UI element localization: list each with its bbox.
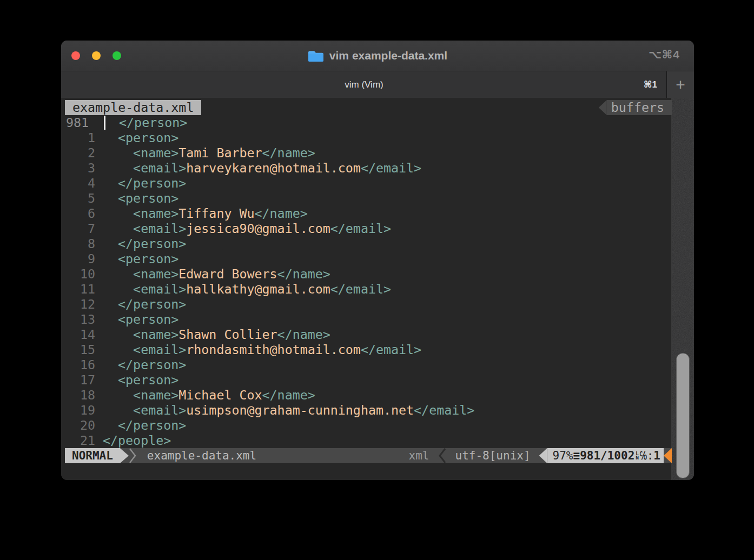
mode-indicator: NORMAL xyxy=(65,448,120,463)
code-line[interactable]: 19 <email>usimpson@graham-cunningham.net… xyxy=(65,403,672,418)
xml-tag: <email> xyxy=(103,161,186,175)
vim-statusline: NORMAL example-data.xml xml utf-8[unix] … xyxy=(65,448,672,463)
code-text: <name>Michael Cox</name> xyxy=(103,388,315,403)
line-number: 4 xyxy=(65,176,103,191)
code-text: <name>Tami Barber</name> xyxy=(103,145,315,161)
scrollbar-thumb[interactable] xyxy=(676,353,690,478)
xml-tag: <name> xyxy=(103,145,178,160)
line-number: 3 xyxy=(65,161,103,176)
code-line[interactable]: 9 <person> xyxy=(65,251,672,266)
xml-value: Tami Barber xyxy=(178,145,262,160)
code-text: <person> xyxy=(103,251,178,266)
code-text: <person> xyxy=(103,130,178,145)
line-number: 15 xyxy=(65,342,103,357)
code-line[interactable]: 20 </person> xyxy=(65,418,672,433)
code-line[interactable]: 10 <name>Edward Bowers</name> xyxy=(65,266,672,282)
code-line[interactable]: 13 <person> xyxy=(65,312,672,327)
code-line[interactable]: 5 <person> xyxy=(65,191,672,206)
code-line[interactable]: 11 <email>hallkathy@gmail.com</email> xyxy=(65,282,672,297)
xml-tag: </email> xyxy=(361,342,421,357)
line-number: 5 xyxy=(65,191,103,206)
column-glyph-icon: ℅: xyxy=(640,448,653,463)
code-line[interactable]: 18 <name>Michael Cox</name> xyxy=(65,388,672,403)
terminal-window: vim example-data.xml ⌥⌘4 vim (Vim) ⌘1 + xyxy=(61,41,694,480)
code-line[interactable]: 3 <email>harveykaren@hotmail.com</email> xyxy=(65,161,672,176)
vim-editor[interactable]: example-data.xml buffers 981 </person>1 … xyxy=(61,98,694,480)
code-line[interactable]: 15 <email>rhondasmith@hotmail.com</email… xyxy=(65,342,672,357)
xml-tag: </name> xyxy=(262,145,315,160)
xml-tag: </person> xyxy=(103,297,186,311)
xml-tag: <person> xyxy=(103,130,178,145)
code-text: <person> xyxy=(103,191,178,206)
xml-value: usimpson@graham-cunningham.net xyxy=(186,403,414,417)
buffer-tab[interactable]: example-data.xml xyxy=(65,100,201,115)
xml-tag: <name> xyxy=(103,327,178,342)
code-line[interactable]: 7 <email>jessica90@gmail.com</email> xyxy=(65,221,672,236)
line-number: 16 xyxy=(65,357,103,372)
code-text: </person> xyxy=(103,297,186,312)
xml-tag: </person> xyxy=(104,115,187,130)
line-number: 9 xyxy=(65,251,103,266)
powerline-arrow-icon xyxy=(120,448,129,463)
tab-vim[interactable]: vim (Vim) xyxy=(61,71,667,98)
code-line[interactable]: 4 </person> xyxy=(65,176,672,191)
code-line[interactable]: 12 </person> xyxy=(65,297,672,312)
line-number: 14 xyxy=(65,327,103,342)
code-line[interactable]: 2 <name>Tami Barber</name> xyxy=(65,145,672,161)
xml-tag: </email> xyxy=(330,221,391,236)
line-number-glyph-icon: LN xyxy=(634,451,640,460)
xml-tag: <email> xyxy=(103,342,186,357)
xml-tag: </person> xyxy=(103,176,186,190)
title-bar: vim example-data.xml ⌥⌘4 xyxy=(61,41,694,71)
code-text: </person> xyxy=(103,357,186,372)
xml-value: hallkathy@gmail.com xyxy=(186,282,330,296)
xml-tag: </person> xyxy=(103,418,186,432)
line-number: 12 xyxy=(65,297,103,312)
line-number: 18 xyxy=(65,388,103,403)
window-shortcut-badge: ⌥⌘4 xyxy=(649,48,680,61)
scrollbar-track[interactable] xyxy=(671,98,694,480)
powerline-chevron-icon xyxy=(439,448,446,463)
code-text: </person> xyxy=(104,115,187,130)
vim-content: example-data.xml buffers 981 </person>1 … xyxy=(65,100,672,478)
xml-value: harveykaren@hotmail.com xyxy=(186,161,361,175)
line-number: 8 xyxy=(65,236,103,251)
code-text: <email>jessica90@gmail.com</email> xyxy=(103,221,391,236)
code-area[interactable]: 981 </person>1 <person>2 <name>Tami Barb… xyxy=(65,115,672,448)
line-number: 10 xyxy=(65,266,103,282)
xml-tag: <email> xyxy=(103,221,186,236)
code-line[interactable]: 6 <name>Tiffany Wu</name> xyxy=(65,206,672,221)
vim-tabline: example-data.xml buffers xyxy=(65,100,672,115)
line-number: 17 xyxy=(65,372,103,388)
new-tab-button[interactable]: + xyxy=(666,71,694,98)
code-text: <email>hallkathy@gmail.com</email> xyxy=(103,282,391,297)
xml-tag: </people> xyxy=(103,433,171,448)
code-line[interactable]: 1 <person> xyxy=(65,130,672,145)
powerline-arrow-icon xyxy=(599,100,607,115)
folder-icon xyxy=(308,50,324,62)
xml-tag: </person> xyxy=(103,236,186,251)
code-line[interactable]: 21</people> xyxy=(65,433,672,448)
xml-tag: </name> xyxy=(277,327,330,342)
xml-tag: </person> xyxy=(103,357,186,372)
trigram-icon: ≡ xyxy=(573,448,580,463)
xml-tag: <person> xyxy=(103,251,178,266)
powerline-end-arrow-icon xyxy=(664,448,672,463)
plus-icon: + xyxy=(676,77,685,93)
xml-tag: <name> xyxy=(103,388,178,402)
xml-tag: <email> xyxy=(103,403,186,417)
code-line[interactable]: 8 </person> xyxy=(65,236,672,251)
code-line[interactable]: 981 </person> xyxy=(65,115,672,130)
line-number: 981 xyxy=(65,115,104,130)
code-line[interactable]: 17 <person> xyxy=(65,372,672,388)
xml-value: jessica90@gmail.com xyxy=(186,221,330,236)
tab-shortcut-badge: ⌘1 xyxy=(644,71,657,98)
line-number: 6 xyxy=(65,206,103,221)
code-line[interactable]: 16 </person> xyxy=(65,357,672,372)
code-text: <name>Edward Bowers</name> xyxy=(103,266,330,282)
code-line[interactable]: 14 <name>Shawn Collier</name> xyxy=(65,327,672,342)
code-text: <person> xyxy=(103,312,178,327)
code-text: </person> xyxy=(103,236,186,251)
window-title: vim example-data.xml xyxy=(329,49,447,62)
xml-value: Edward Bowers xyxy=(178,266,277,281)
